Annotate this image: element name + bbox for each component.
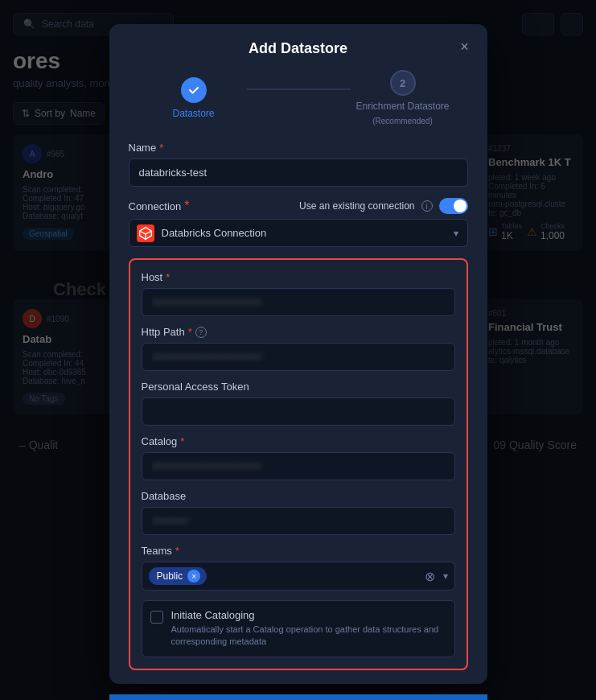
initiate-cataloging-row: Initiate Cataloging Automatically start … <box>142 600 455 657</box>
pat-label: Personal Access Token <box>142 381 455 393</box>
connection-details-section: Host * Http Path * ? Personal A <box>129 258 468 670</box>
http-path-label: Http Path * ? <box>142 326 455 338</box>
name-input[interactable] <box>129 159 468 187</box>
http-path-info-icon[interactable]: ? <box>195 327 207 338</box>
pat-field-group: Personal Access Token <box>142 381 455 426</box>
initiate-cataloging-checkbox[interactable] <box>150 611 163 624</box>
close-button[interactable]: × <box>455 37 475 56</box>
host-input[interactable] <box>142 288 455 316</box>
use-existing-toggle[interactable] <box>439 198 468 214</box>
database-input[interactable] <box>142 507 455 535</box>
step-1-circle <box>181 77 207 103</box>
catalog-field-group: Catalog * <box>142 435 455 480</box>
step-2-sublabel: (Recommended) <box>372 117 432 126</box>
catalog-label: Catalog * <box>142 435 455 447</box>
connection-select[interactable]: Databricks Connection <box>129 219 468 247</box>
teams-label: Teams * <box>142 545 455 557</box>
catalog-desc: Automatically start a Catalog operation … <box>171 624 446 649</box>
connection-required: * <box>184 199 189 213</box>
modal-title: Add Datastore <box>249 40 347 56</box>
steps-container: Datastore 2 Enrichment Datastore (Recomm… <box>109 70 487 142</box>
databricks-icon <box>137 224 154 242</box>
teams-tag-remove[interactable]: × <box>187 570 200 583</box>
connection-row: Connection * Use an existing connection … <box>129 198 468 214</box>
connection-select-group: Databricks Connection ▾ <box>129 219 468 247</box>
catalog-input[interactable] <box>142 452 455 480</box>
step-2-circle: 2 <box>390 70 416 96</box>
use-existing-label: Use an existing connection <box>299 200 414 212</box>
host-field-group: Host * <box>142 271 455 316</box>
teams-chevron[interactable]: ▾ <box>443 570 448 582</box>
teams-select[interactable]: Public × ⊗ ▾ <box>142 562 455 591</box>
teams-clear-button[interactable]: ⊗ <box>422 568 438 584</box>
name-field-group: Name * <box>129 142 468 187</box>
teams-field-group: Teams * Public × ⊗ ▾ <box>142 545 455 591</box>
step-2: 2 Enrichment Datastore (Recommended) <box>351 70 455 126</box>
modal-body: Name * Connection * Use an existing conn… <box>109 142 487 694</box>
step-1-label: Datastore <box>172 108 214 119</box>
name-label: Name * <box>129 142 468 154</box>
step-connector <box>246 89 351 90</box>
connection-label: Connection <box>129 200 182 212</box>
step-1: Datastore <box>142 77 246 119</box>
pat-input[interactable] <box>142 397 455 426</box>
step-2-label: Enrichment Datastore <box>356 101 449 112</box>
teams-tag-public: Public × <box>149 567 208 585</box>
name-required: * <box>159 142 163 154</box>
modal-overlay: Add Datastore × Datastore 2 Enrichment D… <box>0 0 596 700</box>
teams-actions: ⊗ ▾ <box>422 568 448 584</box>
database-field-group: Database <box>142 490 455 535</box>
add-datastore-modal: Add Datastore × Datastore 2 Enrichment D… <box>109 24 487 684</box>
host-label: Host * <box>142 271 455 283</box>
catalog-title: Initiate Cataloging <box>171 609 446 621</box>
cataloging-text: Initiate Cataloging Automatically start … <box>171 609 446 649</box>
http-path-field-group: Http Path * ? <box>142 326 455 371</box>
modal-header: Add Datastore × <box>109 24 487 70</box>
modal-footer: i Connection will be established from IP… <box>109 694 487 700</box>
http-path-input[interactable] <box>142 343 455 371</box>
database-label: Database <box>142 490 455 502</box>
use-existing-connection-group: Use an existing connection i <box>299 198 467 214</box>
use-existing-info-icon[interactable]: i <box>421 200 433 212</box>
